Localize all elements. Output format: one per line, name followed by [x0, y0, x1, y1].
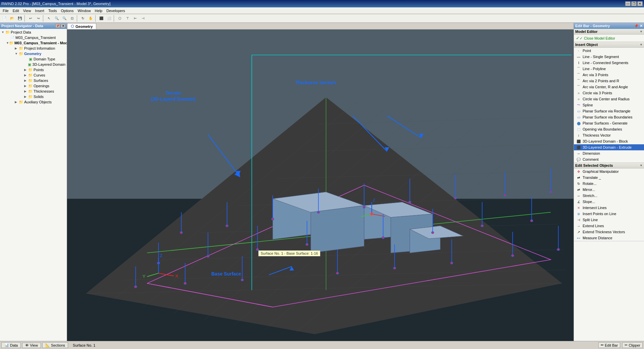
edit-graphical-manip[interactable]: ✥ Graphical Manipulator	[574, 168, 644, 174]
tree-item-points[interactable]: ▶ 📁 Points	[15, 67, 66, 72]
toolbar-new[interactable]: 📄	[1, 15, 8, 22]
tree-item-solids[interactable]: ▶ 📁 Solids	[15, 94, 66, 99]
edit-intersect[interactable]: ✕ Intersect Lines	[574, 205, 644, 211]
tree-item-auxiliary[interactable]: ▶ 📁 Auxiliary Objects	[10, 99, 66, 105]
tree-item-m03[interactable]: 📄 M03_Campus_Transient	[5, 35, 66, 40]
insert-3d-extrude[interactable]: ⬛ 3D-Layered Domain - Extrude	[574, 144, 644, 150]
toolbar-front[interactable]: ⊢	[131, 15, 139, 22]
editbar-btn-icon: ✏	[601, 343, 604, 347]
toolbar-pan[interactable]: ✋	[87, 15, 94, 22]
insert-arc-3pts[interactable]: ⌒ Arc via 3 Points	[574, 72, 644, 78]
menu-window[interactable]: Window	[75, 8, 93, 13]
planar-gen-icon: ⬤	[576, 121, 581, 126]
edit-extend-thickness[interactable]: ↗ Extend Thickness Vectors	[574, 229, 644, 235]
section-edit-selected-label: Edit Selected Objects	[575, 163, 613, 167]
insert-arc-2pts-r[interactable]: ⌒ Arc via 2 Points and R	[574, 78, 644, 84]
menu-file[interactable]: File	[1, 8, 11, 13]
status-tab-data[interactable]: 📊 Data	[1, 342, 21, 348]
insert-circle-center[interactable]: ○ Circle via Center and Radius	[574, 96, 644, 102]
insert-comment-label: Comment	[583, 157, 599, 161]
left-panel-close[interactable]: ✕	[61, 24, 65, 28]
toolbar-fit[interactable]: ⊡	[68, 15, 76, 22]
tree-item-surfaces[interactable]: ▶ 📁 Surfaces	[15, 78, 66, 83]
edit-translate[interactable]: ⇄ Translate _	[574, 174, 644, 181]
tree-root[interactable]: ▼ 📁 Project Data	[1, 30, 66, 35]
toolbar-render[interactable]: ⬛	[98, 15, 105, 22]
insert-opening-bounds[interactable]: ⬚ Opening via Boundaries	[574, 126, 644, 132]
menu-insert[interactable]: Insert	[33, 8, 46, 13]
toolbar-top[interactable]: ⊤	[124, 15, 131, 22]
restore-btn[interactable]: ❐	[631, 1, 637, 6]
tree-expand-thicknesses: ▶	[24, 90, 28, 93]
tree-item-geometry[interactable]: ▼ 📁 Geometry	[10, 51, 66, 56]
viewport[interactable]: ⬡ Geometry	[67, 23, 574, 341]
edit-rotate[interactable]: ↻ Rotate...	[574, 181, 644, 187]
left-panel-pin[interactable]: 📌	[55, 24, 60, 28]
insert-spline[interactable]: 〜 Spline	[574, 102, 644, 108]
insert-dimension[interactable]: ↔ Dimension	[574, 150, 644, 156]
minimize-btn[interactable]: —	[625, 1, 631, 6]
insert-planar-bounds[interactable]: ▭ Planar Surface via Boundaries	[574, 114, 644, 120]
tree-item-thicknesses[interactable]: ▶ 📁 Thicknesses	[15, 89, 66, 94]
status-tab-sections[interactable]: 📐 Sections	[42, 342, 68, 348]
insert-planar-rect[interactable]: ▭ Planar Surface via Rectangle	[574, 108, 644, 114]
insert-line-single[interactable]: — Line - Single Segment	[574, 54, 644, 60]
tree-item-model3[interactable]: ▼ 📁 M03_Campus_Transient - Model 3	[5, 40, 66, 46]
toolbar-undo[interactable]: ↩	[27, 15, 34, 22]
viewport-canvas[interactable]: Z X Y Z	[67, 30, 574, 341]
insert-line-connected[interactable]: ⌇ Line - Connected Segments	[574, 60, 644, 66]
planar-rect-icon: ▭	[576, 109, 581, 113]
toolbar-zoom-in[interactable]: 🔍	[53, 15, 60, 22]
menu-view[interactable]: View	[21, 8, 33, 13]
menu-options[interactable]: Options	[59, 8, 76, 13]
edit-mirror-label: Mirror...	[583, 188, 595, 192]
viewport-tab-geometry[interactable]: ⬡ Geometry	[67, 23, 96, 29]
tree-item-domaintype[interactable]: ▣ Domain Type	[15, 56, 66, 62]
section-edit-selected-header[interactable]: Edit Selected Objects ▼	[574, 163, 644, 168]
menu-developers[interactable]: Developers	[104, 8, 127, 13]
close-model-editor-btn[interactable]: ✓ Close Model Editor	[574, 35, 644, 42]
status-clipper-btn[interactable]: ✂ Clipper	[622, 342, 643, 348]
insert-3d-block[interactable]: ⬛ 3D-Layered Domain - Block	[574, 138, 644, 144]
status-tab-view[interactable]: 👁 View	[22, 343, 41, 348]
insert-planar-gen[interactable]: ⬤ Planar Surfaces - Generate	[574, 120, 644, 126]
tree-item-projinfo[interactable]: ▶ 📁 Project Information	[10, 46, 66, 51]
edit-mirror[interactable]: ⇌ Mirror...	[574, 187, 644, 193]
insert-line-polyline[interactable]: ⌒ Line - Polyline	[574, 66, 644, 72]
menu-edit[interactable]: Edit	[11, 8, 21, 13]
menu-tools[interactable]: Tools	[46, 8, 59, 13]
insert-arc-center[interactable]: ⌒ Arc via Center, R and Angle	[574, 84, 644, 90]
toolbar-iso[interactable]: ⬡	[116, 15, 123, 22]
toolbar-side[interactable]: ⊣	[139, 15, 147, 22]
insert-comment[interactable]: 💬 Comment	[574, 156, 644, 162]
right-panel-pin[interactable]: 📌	[634, 24, 639, 28]
section-insert-object-header[interactable]: Insert Object ▼	[574, 42, 644, 48]
edit-split-line[interactable]: ⊣ Split Line	[574, 217, 644, 223]
section-model-editor-header[interactable]: Model Editor ▼	[574, 29, 644, 35]
insert-circle-3pts[interactable]: ○ Circle via 3 Points	[574, 90, 644, 96]
toolbar-zoom-out[interactable]: 🔍	[61, 15, 68, 22]
toolbar-rotate[interactable]: ↻	[79, 15, 87, 22]
tree-item-curves[interactable]: ▶ 📁 Curves	[15, 72, 66, 78]
sections-tab-label: Sections	[51, 343, 65, 347]
edit-extend-lines[interactable]: → Extend Lines	[574, 223, 644, 229]
tree-item-openings[interactable]: ▶ 📁 Openings	[15, 83, 66, 89]
edit-slope[interactable]: ∠ Slope...	[574, 199, 644, 205]
edit-insert-points[interactable]: ⊕ Insert Points on Line	[574, 211, 644, 217]
toolbar-redo[interactable]: ↪	[35, 15, 42, 22]
right-panel-close[interactable]: ✕	[640, 24, 643, 28]
toolbar-select[interactable]: ↖	[45, 15, 53, 22]
insert-point[interactable]: · Point	[574, 48, 644, 54]
edit-measure-distance[interactable]: ⊷ Measure Distance	[574, 235, 644, 241]
tree-label-auxiliary: Auxiliary Objects	[24, 100, 52, 104]
edit-stretch[interactable]: ↔ Stretch...	[574, 193, 644, 199]
menu-help[interactable]: Help	[93, 8, 105, 13]
close-btn[interactable]: ✕	[637, 1, 643, 6]
status-editbar-btn[interactable]: ✏ Edit Bar	[598, 342, 620, 348]
toolbar-save[interactable]: 💾	[16, 15, 23, 22]
insert-thickness-vector[interactable]: ↕ Thickness Vector	[574, 132, 644, 138]
toolbar-wireframe[interactable]: ⬜	[105, 15, 113, 22]
tree-item-3dlayered[interactable]: ▣ 3D-Layered Domain	[15, 62, 66, 67]
toolbar-open[interactable]: 📂	[8, 15, 16, 22]
tree-label-m03: M03_Campus_Transient	[15, 36, 56, 40]
